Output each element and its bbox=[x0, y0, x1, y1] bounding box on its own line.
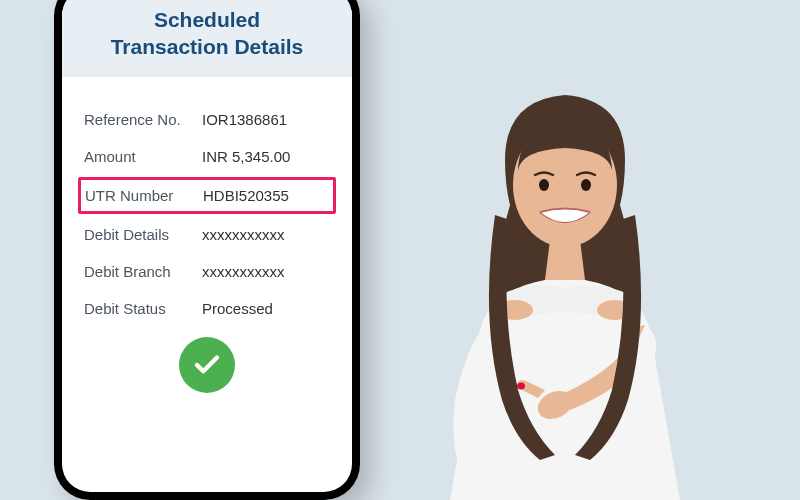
amount-value: INR 5,345.00 bbox=[202, 148, 330, 165]
phone-device-frame: Scheduled Transaction Details Reference … bbox=[54, 0, 360, 500]
svg-point-6 bbox=[517, 383, 525, 390]
svg-point-1 bbox=[539, 179, 549, 191]
page-title: Scheduled Transaction Details bbox=[72, 6, 342, 61]
detail-row-amount: Amount INR 5,345.00 bbox=[80, 138, 334, 175]
debit-branch-label: Debit Branch bbox=[84, 263, 202, 280]
utr-label: UTR Number bbox=[85, 187, 203, 204]
debit-branch-value: xxxxxxxxxxx bbox=[202, 263, 330, 280]
detail-row-reference: Reference No. IOR1386861 bbox=[80, 101, 334, 138]
screen-header: Scheduled Transaction Details bbox=[62, 0, 352, 77]
checkmark-icon bbox=[179, 337, 235, 393]
debit-status-label: Debit Status bbox=[84, 300, 202, 317]
utr-value: HDBI520355 bbox=[203, 187, 329, 204]
debit-details-label: Debit Details bbox=[84, 226, 202, 243]
reference-label: Reference No. bbox=[84, 111, 202, 128]
title-line-1: Scheduled bbox=[154, 8, 260, 31]
person-photo bbox=[390, 40, 770, 500]
transaction-details-list: Reference No. IOR1386861 Amount INR 5,34… bbox=[62, 77, 352, 492]
detail-row-debit-branch: Debit Branch xxxxxxxxxxx bbox=[80, 253, 334, 290]
detail-row-debit-details: Debit Details xxxxxxxxxxx bbox=[80, 216, 334, 253]
detail-row-utr-highlighted: UTR Number HDBI520355 bbox=[78, 177, 336, 214]
title-line-2: Transaction Details bbox=[111, 35, 304, 58]
debit-status-value: Processed bbox=[202, 300, 330, 317]
phone-screen: Scheduled Transaction Details Reference … bbox=[62, 0, 352, 492]
reference-value: IOR1386861 bbox=[202, 111, 330, 128]
debit-details-value: xxxxxxxxxxx bbox=[202, 226, 330, 243]
success-indicator bbox=[80, 327, 334, 403]
svg-point-2 bbox=[581, 179, 591, 191]
amount-label: Amount bbox=[84, 148, 202, 165]
detail-row-debit-status: Debit Status Processed bbox=[80, 290, 334, 327]
